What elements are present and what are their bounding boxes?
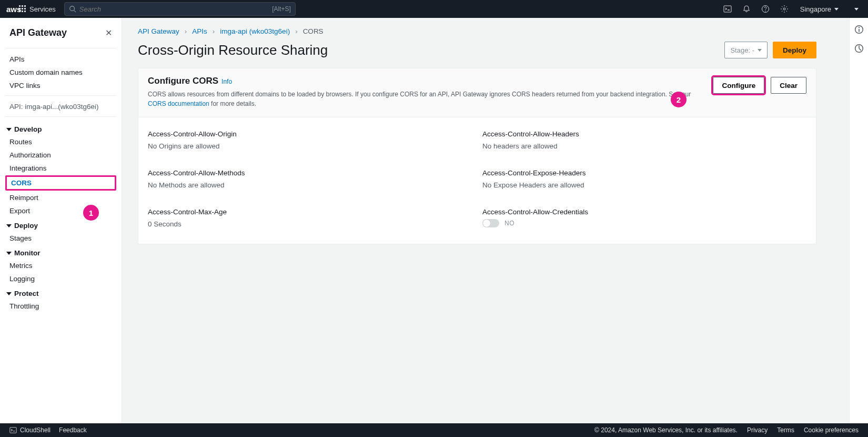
field-max-age: Access-Control-Max-Age 0 Seconds <box>148 208 472 228</box>
sidebar-item-vpc-links[interactable]: VPC links <box>5 79 116 92</box>
cors-docs-link[interactable]: CORS documentation <box>148 100 209 107</box>
sidebar-item-export[interactable]: Export <box>5 204 116 217</box>
sidebar-item-reimport[interactable]: Reimport <box>5 191 116 204</box>
account-menu[interactable] <box>845 0 868 18</box>
sidebar-item-stages[interactable]: Stages <box>5 232 116 245</box>
svg-rect-2 <box>724 6 731 12</box>
credentials-toggle[interactable] <box>482 219 499 227</box>
page-title: Cross-Origin Resource Sharing <box>138 42 328 58</box>
annotation-marker-1: 1 <box>83 205 99 221</box>
notifications-icon[interactable] <box>737 0 756 18</box>
search-icon <box>69 5 76 13</box>
field-label: Access-Control-Expose-Headers <box>482 169 806 177</box>
breadcrumb-link-api[interactable]: imga-api (wko03tg6ei) <box>220 27 290 35</box>
svg-point-4 <box>765 11 765 11</box>
help-icon[interactable] <box>756 0 775 18</box>
diagnostics-icon[interactable] <box>854 43 864 54</box>
configure-button[interactable]: Configure <box>713 77 764 94</box>
caret-down-icon <box>6 252 12 255</box>
sidebar-item-logging[interactable]: Logging <box>5 272 116 285</box>
settings-icon[interactable] <box>775 0 794 18</box>
footer-cookies[interactable]: Cookie preferences <box>804 426 859 434</box>
chevron-right-icon: › <box>295 27 298 35</box>
info-panel-icon[interactable] <box>854 24 864 35</box>
field-allow-methods: Access-Control-Allow-Methods No Methods … <box>148 169 472 189</box>
global-search[interactable]: [Alt+S] <box>64 2 296 16</box>
region-label: Singapore <box>800 5 831 13</box>
clear-button[interactable]: Clear <box>771 77 806 94</box>
field-allow-headers: Access-Control-Allow-Headers No headers … <box>482 130 806 150</box>
sidebar-item-apis[interactable]: APIs <box>5 53 116 66</box>
field-label: Access-Control-Allow-Credentials <box>482 208 806 216</box>
annotation-marker-2: 2 <box>671 92 687 107</box>
field-value: No Expose Headers are allowed <box>482 181 806 189</box>
cloudshell-icon[interactable] <box>718 0 737 18</box>
aws-logo[interactable]: aws <box>0 0 13 18</box>
footer-cloudshell[interactable]: CloudShell <box>9 426 51 434</box>
region-selector[interactable]: Singapore <box>794 5 845 13</box>
caret-down-icon <box>6 292 12 295</box>
svg-line-1 <box>74 11 76 13</box>
caret-down-icon <box>854 8 859 11</box>
field-allow-credentials: Access-Control-Allow-Credentials NO <box>482 208 806 228</box>
deploy-button[interactable]: Deploy <box>773 42 816 58</box>
sidebar-item-routes[interactable]: Routes <box>5 135 116 148</box>
sidebar-section-protect[interactable]: Protect <box>5 285 116 300</box>
sidebar-item-cors[interactable]: CORS <box>5 175 116 191</box>
search-input[interactable] <box>76 5 272 13</box>
right-rail <box>849 18 868 423</box>
breadcrumb-link-apis[interactable]: APIs <box>192 27 207 35</box>
breadcrumb-link-api-gateway[interactable]: API Gateway <box>138 27 179 35</box>
footer-terms[interactable]: Terms <box>777 426 794 434</box>
svg-rect-7 <box>859 29 860 32</box>
panel-title: Configure CORS <box>148 76 218 86</box>
svg-rect-10 <box>10 428 16 433</box>
info-link[interactable]: Info <box>221 78 232 85</box>
sidebar-section-develop[interactable]: Develop <box>5 121 116 135</box>
field-label: Access-Control-Max-Age <box>148 208 472 216</box>
sidebar-section-deploy[interactable]: Deploy <box>5 217 116 232</box>
chevron-right-icon: › <box>213 27 215 35</box>
breadcrumb-current: CORS <box>303 27 324 35</box>
sidebar-section-monitor[interactable]: Monitor <box>5 245 116 259</box>
caret-down-icon <box>834 8 839 11</box>
caret-down-icon <box>758 49 762 52</box>
field-value: No Origins are allowed <box>148 142 472 150</box>
field-value: 0 Seconds <box>148 220 472 228</box>
field-expose-headers: Access-Control-Expose-Headers No Expose … <box>482 169 806 189</box>
field-value: No Methods are allowed <box>148 181 472 189</box>
stage-label: Stage: - <box>730 46 754 54</box>
sidebar-title: API Gateway <box>9 27 67 38</box>
sidebar-item-authorization[interactable]: Authorization <box>5 148 116 162</box>
panel-description: CORS allows resources from different dom… <box>148 90 695 108</box>
svg-point-5 <box>783 8 785 10</box>
field-allow-origin: Access-Control-Allow-Origin No Origins a… <box>148 130 472 150</box>
sidebar-item-integrations[interactable]: Integrations <box>5 162 116 175</box>
breadcrumb: API Gateway › APIs › imga-api (wko03tg6e… <box>138 27 849 35</box>
svg-point-8 <box>858 27 859 28</box>
search-hint: [Alt+S] <box>272 5 291 13</box>
top-nav: aws Services [Alt+S] Singapore <box>0 0 868 18</box>
footer-privacy[interactable]: Privacy <box>747 426 768 434</box>
cloudshell-icon <box>9 426 17 434</box>
field-label: Access-Control-Allow-Headers <box>482 130 806 138</box>
services-label: Services <box>29 5 56 13</box>
sidebar-item-metrics[interactable]: Metrics <box>5 259 116 272</box>
caret-down-icon <box>6 224 12 227</box>
field-label: Access-Control-Allow-Origin <box>148 130 472 138</box>
footer-feedback[interactable]: Feedback <box>59 426 87 434</box>
sidebar-item-throttling[interactable]: Throttling <box>5 300 116 313</box>
caret-down-icon <box>6 128 12 131</box>
sidebar: API Gateway ✕ APIs Custom domain names V… <box>0 18 122 423</box>
chevron-right-icon: › <box>185 27 187 35</box>
main-content: API Gateway › APIs › imga-api (wko03tg6e… <box>122 18 849 423</box>
footer-copyright: © 2024, Amazon Web Services, Inc. or its… <box>594 426 738 434</box>
svg-point-0 <box>70 6 75 11</box>
sidebar-api-context: API: imga-api...(wko03tg6ei) <box>5 100 116 113</box>
footer: CloudShell Feedback © 2024, Amazon Web S… <box>0 423 868 437</box>
sidebar-item-custom-domains[interactable]: Custom domain names <box>5 66 116 79</box>
sidebar-close-button[interactable]: ✕ <box>105 28 112 38</box>
field-label: Access-Control-Allow-Methods <box>148 169 472 177</box>
cors-panel: Configure CORS Info CORS allows resource… <box>138 68 816 244</box>
stage-selector[interactable]: Stage: - <box>724 42 768 58</box>
